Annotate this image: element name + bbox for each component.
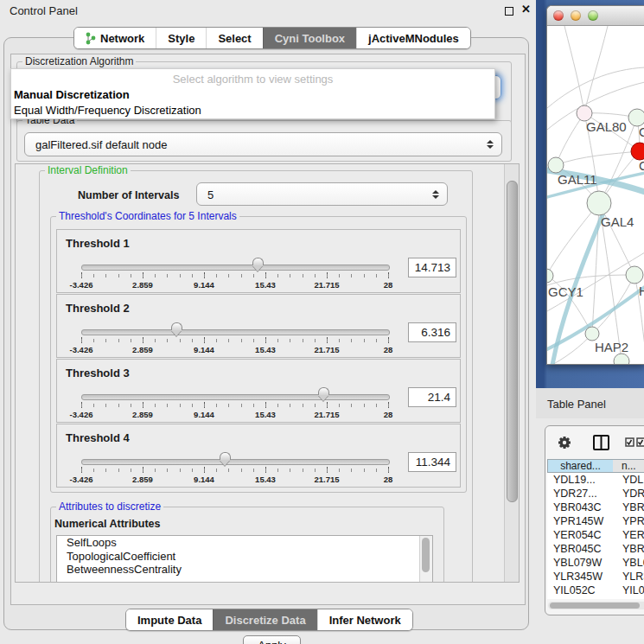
- slider-tick-label: 28: [384, 410, 393, 419]
- numerical-attributes-label: Numerical Attributes: [54, 518, 160, 530]
- number-of-intervals-combo[interactable]: 5: [196, 182, 448, 206]
- network-node-label: GAL11: [558, 172, 597, 187]
- tab-impute-data[interactable]: Impute Data: [126, 609, 213, 630]
- cell-name[interactable]: YDL1: [613, 473, 644, 487]
- threshold-value-field[interactable]: 21.4: [408, 387, 456, 407]
- discretization-algorithm-group-title: Discretization Algorithm: [22, 55, 136, 67]
- select-columns-icon[interactable]: [626, 438, 644, 446]
- table-row[interactable]: YBL079WYBL0: [547, 556, 644, 570]
- settings-scrollbar[interactable]: [504, 164, 519, 582]
- cell-name[interactable]: YER0: [613, 528, 644, 542]
- tab-cyni-toolbox[interactable]: Cyni Toolbox: [263, 28, 356, 48]
- column-header-shared-name[interactable]: shared...: [547, 459, 613, 473]
- attribute-item[interactable]: SelfLoops: [57, 536, 432, 550]
- cell-shared-name[interactable]: YDL19...: [547, 473, 613, 487]
- network-window-titlebar[interactable]: [547, 6, 644, 26]
- tab-jactivemnodules[interactable]: jActiveMNodules: [356, 28, 470, 48]
- network-node-green[interactable]: [548, 157, 564, 173]
- slider-track[interactable]: [81, 394, 390, 400]
- thresholds-group-title: Threshold's Coordinates for 5 Intervals: [56, 210, 239, 222]
- numerical-attributes-list[interactable]: SelfLoopsTopologicalCoefficientBetweenne…: [56, 535, 433, 583]
- panel-title: Control Panel: [10, 4, 78, 17]
- slider-tick-label: 9.144: [194, 475, 214, 484]
- attributes-scrollbar[interactable]: [419, 536, 432, 583]
- slider-tick-label: 28: [384, 345, 393, 354]
- slider-tick-label: 15.43: [255, 410, 276, 419]
- cell-shared-name[interactable]: YDR27...: [547, 487, 613, 501]
- network-node-green[interactable]: [614, 354, 629, 364]
- table-row[interactable]: YIL052CYIL0: [547, 583, 644, 597]
- slider-track[interactable]: [81, 265, 390, 271]
- network-canvas[interactable]: GAL80GACGAL11GAL4GCY1HHAP2: [547, 26, 644, 364]
- network-node-green[interactable]: [626, 266, 643, 284]
- cell-name[interactable]: YDR2: [613, 487, 644, 501]
- slider-handle[interactable]: [220, 452, 231, 467]
- threshold-value-field[interactable]: 11.344: [408, 452, 456, 472]
- cell-name[interactable]: YBL0: [613, 556, 644, 570]
- table-row[interactable]: YLR345WYLR3: [547, 570, 644, 583]
- network-node-red[interactable]: [631, 143, 644, 160]
- tab-select[interactable]: Select: [206, 28, 262, 48]
- table-row[interactable]: YBR043CYBR0: [547, 501, 644, 514]
- cell-shared-name[interactable]: YBR043C: [547, 501, 613, 514]
- split-columns-icon[interactable]: [594, 436, 609, 450]
- cell-shared-name[interactable]: YBR045C: [547, 542, 613, 556]
- network-node-green[interactable]: [628, 109, 644, 126]
- slider-tick-label: 28: [384, 475, 393, 484]
- popup-item-2[interactable]: Equal Width/Frequency Discretization: [11, 102, 494, 118]
- table-row[interactable]: YDR27...YDR2: [547, 487, 644, 501]
- apply-button[interactable]: Apply: [243, 635, 301, 644]
- table-row[interactable]: YBR045CYBR0: [547, 542, 644, 556]
- threshold-panel-1: Threshold 1-3.4262.8599.14415.4321.71528…: [56, 229, 461, 293]
- table-panel-title: Table Panel: [547, 398, 606, 411]
- threshold-label: Threshold 4: [66, 431, 130, 444]
- slider-handle[interactable]: [171, 322, 182, 337]
- settings-scroll-viewport: Interval Definition Number of Intervals …: [15, 163, 520, 583]
- tab-infer-network[interactable]: Infer Network: [317, 609, 412, 630]
- tab-style[interactable]: Style: [156, 28, 206, 48]
- table-row[interactable]: YER054CYER0: [547, 528, 644, 542]
- cell-shared-name[interactable]: YIL052C: [547, 583, 613, 597]
- slider-handle[interactable]: [318, 387, 329, 402]
- table-horizontal-scrollbar[interactable]: [548, 602, 644, 609]
- cell-name[interactable]: YPR1: [613, 514, 644, 528]
- right-region: GAL80GACGAL11GAL4GCY1HHAP2 Table Panel: [536, 0, 644, 644]
- network-node-green[interactable]: [587, 191, 611, 215]
- cell-shared-name[interactable]: YBL079W: [547, 556, 613, 570]
- cell-shared-name[interactable]: YER054C: [547, 528, 613, 542]
- slider-handle[interactable]: [252, 258, 264, 272]
- slider-tick-label: 2.859: [132, 345, 153, 354]
- attribute-item[interactable]: BetweennessCentrality: [57, 563, 432, 577]
- threshold-label: Threshold 3: [66, 367, 130, 379]
- slider-track[interactable]: [81, 459, 390, 465]
- slider-minor-ticks: [81, 274, 389, 277]
- table-row[interactable]: YPR145WYPR1: [547, 514, 644, 528]
- network-node-label: HAP2: [595, 340, 628, 354]
- cell-shared-name[interactable]: YPR145W: [547, 514, 613, 528]
- threshold-value-field[interactable]: 6.316: [408, 322, 456, 342]
- popup-item-1[interactable]: Manual Discretization: [11, 86, 494, 102]
- table-data-combo[interactable]: galFiltered.sif default node: [24, 132, 502, 156]
- cell-name[interactable]: YLR3: [613, 570, 644, 583]
- close-window-icon[interactable]: [553, 10, 564, 21]
- attribute-item[interactable]: TopologicalCoefficient: [57, 550, 432, 564]
- column-header-name[interactable]: n...: [613, 459, 644, 473]
- combo-stepper-icon: [432, 190, 439, 199]
- settings-scrollbar-thumb[interactable]: [507, 181, 518, 502]
- network-node-green[interactable]: [547, 269, 553, 283]
- slider-track[interactable]: [81, 329, 390, 335]
- close-panel-icon[interactable]: ✕: [521, 3, 531, 16]
- table-row[interactable]: YDL19...YDL1: [547, 473, 644, 487]
- network-node-green[interactable]: [585, 327, 599, 341]
- cell-name[interactable]: YBR0: [613, 542, 644, 556]
- zoom-window-icon[interactable]: [588, 10, 598, 21]
- float-window-icon[interactable]: [505, 7, 513, 16]
- tab-discretize-data[interactable]: Discretize Data: [213, 609, 316, 630]
- minimize-window-icon[interactable]: [571, 10, 581, 21]
- cell-name[interactable]: YIL0: [613, 583, 644, 597]
- threshold-value-field[interactable]: 14.713: [408, 258, 456, 277]
- cell-name[interactable]: YBR0: [613, 501, 644, 514]
- cell-shared-name[interactable]: YLR345W: [547, 570, 613, 583]
- tab-network[interactable]: Network: [74, 28, 156, 48]
- gear-icon[interactable]: [558, 437, 571, 449]
